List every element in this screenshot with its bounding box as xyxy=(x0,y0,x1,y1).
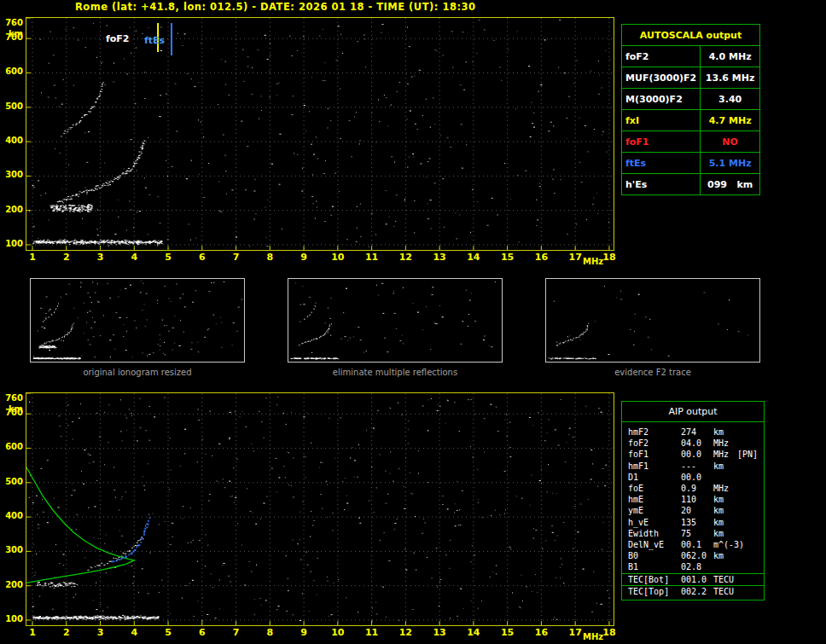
aip-param-extra xyxy=(737,483,764,494)
x-axis-tick-label: 18 xyxy=(602,252,615,263)
aip-row-delnve: DelN_vE00.1m^(-3) xyxy=(622,539,764,550)
y-axis-tick-label: 760 xyxy=(5,18,23,27)
ionogram-bottom-canvas xyxy=(26,393,614,625)
aip-param-name: Ewidth xyxy=(628,528,681,539)
aip-param-extra xyxy=(737,561,764,572)
x-axis-tick-label: 15 xyxy=(501,627,514,638)
thumbnail-caption-eliminate: eliminate multiple reflections xyxy=(288,368,503,377)
x-axis-tick-label: 17 xyxy=(569,252,582,263)
aip-param-value: 00.0 xyxy=(681,449,713,460)
x-axis-tick-label: 13 xyxy=(433,627,445,638)
aip-param-unit: MHz xyxy=(713,483,737,494)
aip-param-value: 04.0 xyxy=(681,438,713,449)
aip-param-extra xyxy=(737,517,764,528)
aip-param-unit: km xyxy=(713,461,737,472)
aip-param-unit: km xyxy=(713,494,737,505)
x-axis-tick-label: 1 xyxy=(29,252,36,263)
aip-param-name: B1 xyxy=(628,561,681,572)
x-axis-tick-label: 16 xyxy=(535,627,548,638)
y-axis-tick-label: 200 xyxy=(5,205,23,214)
x-axis-tick-label: 10 xyxy=(331,252,344,263)
autoscala-param-label: foF2 xyxy=(622,46,701,67)
autoscala-row-hes: h'Es099 km xyxy=(622,174,760,195)
autoscala-param-label: fxI xyxy=(622,110,701,131)
aip-param-name: D1 xyxy=(628,472,681,483)
thumbnail-original-ionogram xyxy=(30,278,245,363)
aip-param-extra xyxy=(737,586,764,597)
autoscala-row-muf3000f2: MUF(3000)F213.6 MHz xyxy=(622,67,760,89)
aip-param-value: 274 xyxy=(681,426,713,438)
aip-row-b1: B102.8 xyxy=(622,561,764,572)
aip-param-unit: MHz xyxy=(713,438,737,449)
x-axis-tick-label: 7 xyxy=(233,252,240,263)
aip-param-name: TEC[Bot] xyxy=(628,574,681,585)
aip-param-extra xyxy=(737,528,764,539)
thumbnail-caption-original: original ionogram resized xyxy=(30,368,245,377)
autoscala-param-value: 3.40 xyxy=(701,89,760,110)
aip-param-name: B0 xyxy=(628,550,681,561)
x-axis-unit-label: MHz xyxy=(583,632,603,641)
x-axis-tick-label: 12 xyxy=(399,627,412,638)
aip-param-name: hmF1 xyxy=(628,461,681,472)
aip-param-unit: km xyxy=(713,528,737,539)
x-axis-tick-label: 5 xyxy=(165,627,172,638)
x-axis-tick-label: 17 xyxy=(569,627,582,638)
aip-row-fof2: foF204.0MHz xyxy=(622,438,764,449)
autoscala-param-value: 13.6 MHz xyxy=(701,67,760,89)
y-axis-tick-label: 300 xyxy=(5,545,23,554)
y-axis-labels-bottom: 760700600500400300200100km xyxy=(2,392,24,626)
x-axis-tick-label: 6 xyxy=(199,252,206,263)
thumbnail-evidence-f2 xyxy=(545,278,760,363)
aip-param-name: hmE xyxy=(628,494,681,505)
x-axis-labels-bottom: 123456789101112131415161718MHz xyxy=(26,627,624,644)
aip-param-name: ymE xyxy=(628,505,681,516)
aip-param-unit: km xyxy=(713,505,737,516)
x-axis-tick-label: 12 xyxy=(399,252,412,263)
thumbnail-eliminate-reflections xyxy=(288,278,503,363)
aip-param-name: TEC[Top] xyxy=(628,586,681,597)
aip-row-b0: B0062.0km xyxy=(622,550,764,561)
x-axis-tick-label: 4 xyxy=(131,627,137,638)
aip-row-hme: hmE110km xyxy=(622,494,764,505)
y-axis-tick-label: 400 xyxy=(5,136,23,145)
x-axis-tick-label: 11 xyxy=(365,252,378,263)
aip-param-unit: km xyxy=(713,517,737,528)
aip-row-hve: h_vE135km xyxy=(622,517,764,528)
aip-param-extra xyxy=(737,426,764,438)
x-axis-tick-label: 16 xyxy=(535,252,548,263)
x-axis-tick-label: 1 xyxy=(29,627,36,638)
autoscala-param-label: MUF(3000)F2 xyxy=(622,67,701,89)
aip-row-tectop: TEC[Top]002.2TECU xyxy=(622,585,764,597)
x-axis-tick-label: 13 xyxy=(433,252,445,263)
aip-param-unit: TECU xyxy=(713,586,737,597)
ftEs-marker-label: ftEs xyxy=(144,35,165,46)
autoscala-param-label: h'Es xyxy=(622,174,701,195)
x-axis-tick-label: 15 xyxy=(501,252,514,263)
aip-param-value: 062.0 xyxy=(681,550,713,561)
x-axis-tick-label: 9 xyxy=(300,627,307,638)
autoscala-header-row: AUTOSCALA output xyxy=(622,25,760,46)
autoscala-row-m3000f2: M(3000)F23.40 xyxy=(622,89,760,110)
aip-param-value: 0.9 xyxy=(681,483,713,494)
x-axis-tick-label: 14 xyxy=(467,252,480,263)
autoscala-param-value: 4.0 MHz xyxy=(701,46,760,67)
aip-row-hmf2: hmF2274km xyxy=(622,426,764,438)
autoscala-row-fxi: fxI4.7 MHz xyxy=(622,110,760,131)
aip-header: AIP output xyxy=(622,402,764,422)
autoscala-row-fof1: foF1NO xyxy=(622,131,760,153)
autoscala-param-label: foF1 xyxy=(622,131,701,153)
aip-param-extra xyxy=(737,472,764,483)
y-axis-unit-label: km xyxy=(9,29,23,38)
aip-param-name: hmF2 xyxy=(628,426,681,438)
x-axis-tick-label: 18 xyxy=(602,627,615,638)
autoscala-output-table: AUTOSCALA output foF24.0 MHzMUF(3000)F21… xyxy=(621,24,760,195)
aip-param-value: --- xyxy=(681,461,713,472)
thumbnail-caption-evidence: evidence F2 trace xyxy=(545,368,760,377)
x-axis-tick-label: 8 xyxy=(266,627,273,638)
aip-param-unit xyxy=(713,472,737,483)
aip-param-value: 002.2 xyxy=(681,586,713,597)
aip-output-panel: AIP output hmF2274kmfoF204.0MHzfoF100.0M… xyxy=(621,401,765,600)
aip-row-tecbot: TEC[Bot]001.0TECU xyxy=(622,573,764,585)
aip-row-ewidth: Ewidth75km xyxy=(622,528,764,539)
aip-row-fof1: foF100.0MHz[PN] xyxy=(622,449,764,460)
